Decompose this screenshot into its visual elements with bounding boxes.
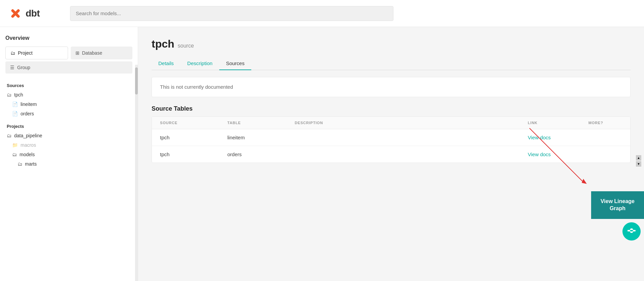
col-header-more: MORE?: [588, 121, 622, 125]
doc-icon-2: 📄: [12, 111, 18, 116]
svg-line-12: [633, 231, 633, 232]
view-lineage-label: View LineageGraph: [601, 198, 635, 211]
sidebar-item-data-pipeline[interactable]: 🗂 data_pipeline: [0, 131, 138, 140]
cell-link-1[interactable]: View docs: [528, 135, 588, 140]
page-title-badge: source: [178, 43, 194, 49]
lineage-icon-button[interactable]: [622, 222, 641, 241]
cell-link-2[interactable]: View docs: [528, 151, 588, 157]
header: dbt: [0, 0, 644, 27]
svg-line-11: [633, 229, 633, 231]
database-icon: ⊞: [75, 50, 79, 56]
search-input[interactable]: [70, 6, 393, 21]
database-tab[interactable]: ⊞ Database: [71, 47, 133, 59]
sidebar-item-models[interactable]: 🗂 models: [0, 150, 138, 159]
info-box: This is not currently documented: [152, 77, 631, 97]
tab-sources[interactable]: Sources: [219, 57, 251, 70]
cell-source-2: tpch: [160, 151, 227, 157]
col-header-description: DESCRIPTION: [295, 121, 528, 125]
folder-icon-marts: 🗂: [18, 161, 22, 167]
doc-icon-1: 📄: [12, 102, 18, 107]
sidebar-scroll: Overview 🗂 Project ⊞ Database ☰ Group: [0, 27, 138, 281]
tab-details[interactable]: Details: [152, 57, 181, 70]
sidebar: Overview 🗂 Project ⊞ Database ☰ Group: [0, 27, 138, 281]
sidebar-item-lineitem[interactable]: 📄 lineitem: [0, 100, 138, 109]
svg-rect-5: [627, 230, 630, 231]
table-row-lineitem: tpch lineitem View docs: [152, 129, 630, 146]
page-title-area: tpch source: [152, 38, 631, 50]
lines-icon: ☰: [10, 65, 14, 70]
source-tables-container: SOURCE TABLE DESCRIPTION LINK MORE? tpch…: [152, 116, 631, 163]
svg-line-10: [630, 231, 631, 232]
svg-rect-8: [633, 230, 636, 231]
folder-closed-icon: 🗂: [7, 92, 11, 97]
svg-rect-7: [631, 231, 633, 233]
svg-marker-4: [582, 179, 587, 184]
folder-icon-dp: 🗂: [7, 133, 11, 138]
sidebar-item-macros[interactable]: 📁 macros: [0, 140, 138, 150]
lineage-panel: View LineageGraph: [591, 191, 644, 241]
table-header-row: SOURCE TABLE DESCRIPTION LINK MORE?: [152, 117, 630, 129]
overview-label: Overview: [0, 32, 138, 43]
col-header-table: TABLE: [227, 121, 295, 125]
scroll-up-arrow[interactable]: ▲: [636, 155, 641, 161]
content-area: tpch source Details Description Sources …: [138, 27, 644, 281]
group-tab[interactable]: ☰ Group: [5, 61, 132, 74]
view-lineage-button[interactable]: View LineageGraph: [591, 191, 644, 219]
undocumented-text: This is not currently documented: [160, 84, 233, 90]
table-row-orders: tpch orders View docs: [152, 146, 630, 163]
source-tables-heading: Source Tables: [152, 105, 631, 112]
content-tabs: Details Description Sources: [152, 57, 631, 70]
sidebar-scrollbar-thumb: [135, 67, 138, 94]
folder-icon-models: 🗂: [12, 152, 17, 157]
dbt-logo-icon: [8, 6, 23, 21]
projects-section-label: Projects: [0, 118, 138, 131]
page-title-name: tpch: [152, 38, 174, 50]
scroll-down-arrow[interactable]: ▼: [636, 161, 641, 167]
content-scroll-arrows: ▲ ▼: [636, 155, 641, 167]
col-header-source: SOURCE: [160, 121, 227, 125]
tab-description[interactable]: Description: [181, 57, 219, 70]
folder-outline-icon: 📁: [12, 142, 18, 148]
col-header-link: LINK: [528, 121, 588, 125]
svg-line-9: [630, 229, 631, 231]
nav-row-top: 🗂 Project ⊞ Database: [5, 47, 132, 59]
main-layout: Overview 🗂 Project ⊞ Database ☰ Group: [0, 27, 644, 281]
project-tab[interactable]: 🗂 Project: [5, 47, 68, 59]
cell-source-1: tpch: [160, 135, 227, 140]
cell-table-2: orders: [227, 151, 295, 157]
nav-tabs-area: 🗂 Project ⊞ Database ☰ Group: [0, 43, 138, 78]
sidebar-scrollbar-track: [135, 65, 138, 281]
cell-table-1: lineitem: [227, 135, 295, 140]
sidebar-item-tpch[interactable]: 🗂 tpch: [0, 90, 138, 100]
lineage-graph-icon: [627, 227, 636, 236]
sources-section-label: Sources: [0, 78, 138, 90]
svg-rect-6: [631, 228, 633, 230]
sidebar-item-orders[interactable]: 📄 orders: [0, 109, 138, 118]
sidebar-item-marts[interactable]: 🗂 marts: [0, 159, 138, 169]
logo-area: dbt: [8, 6, 62, 21]
logo-text: dbt: [26, 8, 40, 19]
folder-icon: 🗂: [10, 50, 15, 56]
